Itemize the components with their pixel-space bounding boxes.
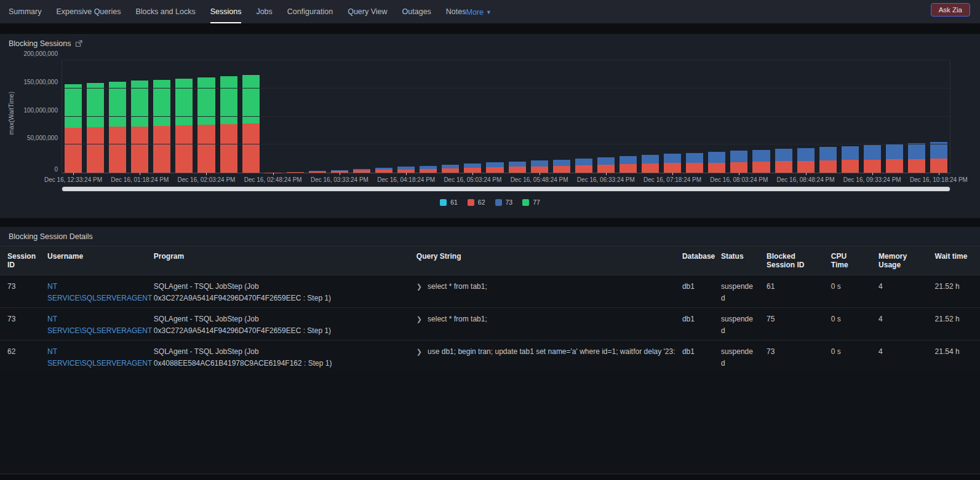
bar-23[interactable] [573,60,595,173]
bar-segment-series-62[interactable] [353,170,370,173]
bar-36[interactable] [861,60,883,173]
bar-segment-series-77[interactable] [220,76,237,124]
bar-33[interactable] [795,60,817,173]
bar-segment-series-73[interactable] [642,155,659,164]
bar-10[interactable] [284,60,306,173]
bar-segment-series-62[interactable] [908,159,925,173]
bar-21[interactable] [528,60,551,173]
bar-26[interactable] [639,60,661,173]
bar-segment-series-73[interactable] [619,156,637,164]
bar-segment-series-62[interactable] [109,127,126,173]
bar-segment-series-77[interactable] [65,84,82,127]
scrollbar-thumb[interactable] [62,187,950,191]
ask-zia-button[interactable]: Ask Zia [931,3,970,17]
bar-segment-series-62[interactable] [886,159,903,173]
bar-segment-series-62[interactable] [730,162,747,173]
bar-segment-series-62[interactable] [797,161,815,173]
bar-segment-series-62[interactable] [87,127,104,173]
bar-segment-series-77[interactable] [87,83,104,127]
bar-19[interactable] [484,60,506,173]
open-in-new-icon[interactable] [75,40,82,47]
bar-0[interactable] [62,60,84,173]
bar-29[interactable] [706,60,728,173]
bar-34[interactable] [817,60,839,173]
expand-query-icon[interactable]: ❯ [416,315,422,323]
tab-notes[interactable]: Notes [446,0,466,23]
bar-27[interactable] [661,60,683,173]
bar-2[interactable] [106,60,129,173]
bar-segment-series-62[interactable] [131,127,148,173]
bar-24[interactable] [595,60,617,173]
bar-segment-series-77[interactable] [197,77,215,125]
bar-segment-series-62[interactable] [175,125,193,173]
bar-32[interactable] [773,60,795,173]
bar-segment-series-73[interactable] [842,146,859,160]
bar-segment-series-77[interactable] [175,79,193,125]
bar-segment-series-73[interactable] [797,148,815,161]
bar-segment-series-62[interactable] [708,163,725,173]
bar-segment-series-62[interactable] [220,124,237,173]
bar-8[interactable] [240,60,262,173]
username-link[interactable]: NT SERVICE\SQLSERVERAGENT [40,340,146,373]
bar-segment-series-62[interactable] [575,165,592,173]
bar-1[interactable] [84,60,106,173]
bar-segment-series-62[interactable] [686,163,703,173]
bar-20[interactable] [506,60,528,173]
bar-segment-series-62[interactable] [642,163,659,173]
bar-segment-series-62[interactable] [309,171,326,173]
bar-segment-series-62[interactable] [664,163,681,173]
expand-query-icon[interactable]: ❯ [416,283,422,290]
legend-item-73[interactable]: 73 [495,199,513,206]
bar-5[interactable] [173,60,195,173]
bar-segment-series-73[interactable] [686,153,703,163]
bar-segment-series-62[interactable] [531,167,548,173]
bar-segment-series-77[interactable] [109,82,126,127]
bar-segment-series-62[interactable] [197,125,215,173]
tab-configuration[interactable]: Configuration [287,0,333,23]
legend-item-77[interactable]: 77 [522,199,540,206]
bar-4[interactable] [151,60,173,173]
bar-segment-series-62[interactable] [287,172,304,173]
bar-16[interactable] [417,60,439,173]
tab-expensive-queries[interactable]: Expensive Queries [56,0,121,23]
bar-37[interactable] [883,60,906,173]
bar-segment-series-77[interactable] [153,80,170,126]
tab-blocks-and-locks[interactable]: Blocks and Locks [135,0,195,23]
bar-22[interactable] [551,60,573,173]
bar-segment-series-73[interactable] [464,163,481,168]
bar-segment-series-73[interactable] [597,157,615,165]
bar-segment-series-73[interactable] [575,159,592,165]
bar-25[interactable] [617,60,639,173]
bar-segment-series-73[interactable] [486,162,503,167]
nav-more-menu[interactable]: More ▼ [466,0,492,23]
bar-segment-series-73[interactable] [664,154,681,163]
bar-18[interactable] [461,60,484,173]
bar-11[interactable] [306,60,329,173]
bar-39[interactable] [928,60,950,173]
bar-segment-series-73[interactable] [819,147,837,160]
tab-query-view[interactable]: Query View [348,0,387,23]
username-link[interactable]: NT SERVICE\SQLSERVERAGENT [40,308,146,340]
legend-item-62[interactable]: 62 [468,199,485,206]
tab-summary[interactable]: Summary [9,0,41,23]
bar-segment-series-73[interactable] [531,160,548,167]
bar-segment-series-62[interactable] [842,160,859,173]
bar-17[interactable] [439,60,461,173]
bar-segment-series-62[interactable] [930,159,947,173]
bar-segment-series-62[interactable] [442,168,459,173]
bar-segment-series-73[interactable] [864,145,881,160]
bar-31[interactable] [750,60,772,173]
bar-segment-series-73[interactable] [730,151,747,162]
bar-35[interactable] [839,60,861,173]
bar-6[interactable] [195,60,217,173]
bar-segment-series-62[interactable] [509,167,526,173]
bar-segment-series-62[interactable] [597,165,615,173]
username-link[interactable]: NT SERVICE\SQLSERVERAGENT [40,275,146,308]
bar-segment-series-62[interactable] [65,128,82,173]
bar-segment-series-62[interactable] [553,166,570,173]
bar-segment-series-73[interactable] [886,144,903,159]
bar-30[interactable] [728,60,750,173]
bar-segment-series-62[interactable] [420,169,437,173]
chart-range-scrollbar[interactable] [62,186,950,192]
bar-15[interactable] [395,60,417,173]
